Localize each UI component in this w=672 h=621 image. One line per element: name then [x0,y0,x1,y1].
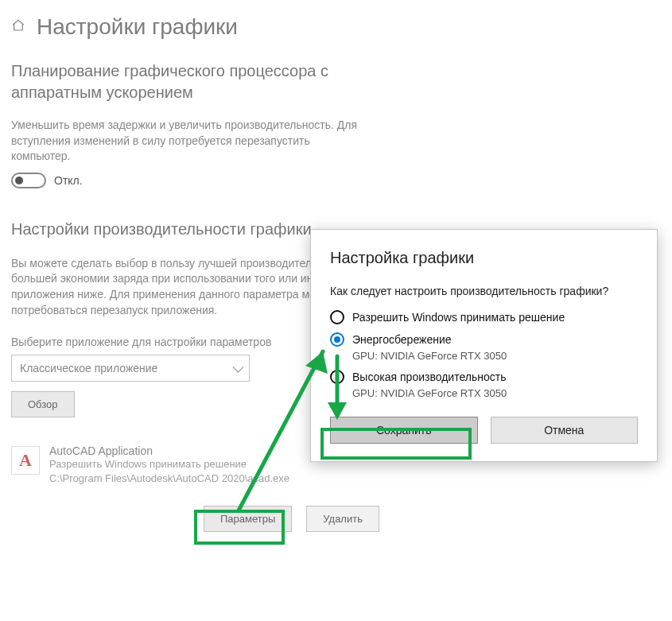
hw-scheduling-toggle-label: Откл. [54,174,83,187]
graphics-settings-dialog: Настройка графики Как следует настроить … [310,229,658,462]
radio-label: Высокая производительность [352,371,506,383]
hw-scheduling-toggle[interactable] [11,173,46,188]
browse-button[interactable]: Обзор [11,391,75,417]
dialog-question: Как следует настроить производительность… [330,285,638,297]
radio-power-saving[interactable]: Энергосбережение [330,332,638,347]
radio-high-performance[interactable]: Высокая производительность [330,370,638,384]
delete-button[interactable]: Удалить [306,506,379,532]
page-title: Настройки графики [37,14,238,40]
hw-scheduling-heading: Планирование графического процессора с а… [11,60,345,103]
radio-sub-gpu: GPU: NVIDIA GeForce RTX 3050 [352,350,638,362]
radio-let-windows-decide[interactable]: Разрешить Windows принимать решение [330,310,638,324]
radio-icon [330,310,344,324]
radio-label: Разрешить Windows принимать решение [352,311,565,324]
cancel-button[interactable]: Отмена [491,417,639,444]
autocad-icon: A [11,446,40,475]
app-path: C:\Program Files\Autodesk\AutoCAD 2020\a… [49,472,661,486]
radio-label: Энергосбережение [352,333,452,346]
save-button[interactable]: Сохранить [330,417,478,444]
params-button[interactable]: Параметры [204,506,292,532]
dialog-title: Настройка графики [330,249,638,267]
radio-sub-gpu: GPU: NVIDIA GeForce RTX 3050 [352,387,638,399]
app-type-select-value: Классическое приложение [20,362,157,375]
hw-scheduling-description: Уменьшить время задержки и увеличить про… [11,118,369,165]
radio-icon [330,332,344,347]
radio-icon [330,370,344,384]
chevron-down-icon [232,362,243,373]
home-icon[interactable] [11,18,25,36]
app-type-select[interactable]: Классическое приложение [11,355,250,382]
